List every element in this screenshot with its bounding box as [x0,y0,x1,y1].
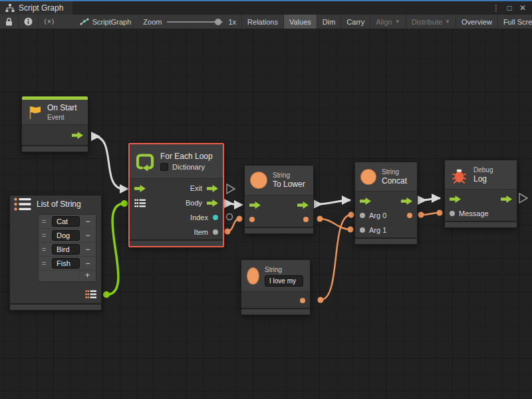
fullscreen-button[interactable]: Full Screen [497,15,532,29]
zoom-control: Zoom 1x [138,15,241,29]
remove-item-button[interactable]: − [83,259,92,268]
code-icon: ⟨×⟩ [44,18,55,25]
list-item-input[interactable]: Fish [52,258,80,269]
string-out-port[interactable] [303,217,309,222]
string-in-port[interactable] [249,217,255,222]
list-item-input[interactable]: Bird [52,244,80,255]
list-item-input[interactable]: Cat [52,216,80,227]
dictionary-checkbox[interactable] [160,163,168,171]
drag-handle-icon[interactable]: = [42,259,49,267]
node-on-start[interactable]: On Start Event [21,96,88,152]
arg1-in-port[interactable] [360,227,365,233]
dim-button[interactable]: Dim [317,15,341,29]
flow-out-port[interactable] [501,196,512,203]
node-footer [445,221,517,227]
graph-toolbar: ⟨×⟩ ScriptGraph Zoom 1x Relations Values… [0,15,532,29]
node-for-each-loop[interactable]: For Each Loop Dictionary Exit [128,143,224,247]
index-out-port[interactable] [213,215,218,220]
green-wire-end [121,200,128,207]
graph-name: ScriptGraph [92,18,132,26]
info-icon [24,17,33,26]
zoom-slider-knob[interactable] [215,19,221,25]
item-out-port[interactable] [213,229,218,235]
lock-button[interactable] [0,15,18,29]
loop-icon [135,152,155,172]
list-item-row: = Dog − [39,229,96,243]
list-item-input[interactable]: Dog [52,230,80,241]
carry-button[interactable]: Carry [340,15,370,29]
code-preview-button[interactable]: ⟨×⟩ [38,15,61,29]
flow-out-port[interactable] [401,198,412,205]
node-subtitle: Event [47,113,77,122]
drag-handle-icon[interactable]: = [42,245,49,253]
flow-in-port[interactable] [360,198,371,205]
node-footer [245,227,313,233]
toolbar-buttons: Relations Values Dim Carry Align▼ Distri… [241,15,532,29]
flow-in-port[interactable] [249,201,261,209]
add-item-button[interactable]: + [78,271,96,281]
string-type-icon [247,267,259,285]
flow-out-port[interactable] [72,132,83,139]
node-debug-log[interactable]: Debug Log Message [444,160,517,228]
node-string-literal[interactable]: String I love my [241,259,311,315]
drag-handle-icon[interactable]: = [42,231,49,239]
green-wire-end [103,291,110,298]
node-title: Concat [382,176,407,186]
close-icon[interactable]: ✕ [517,3,528,13]
menu-icon[interactable]: ⋮ [491,3,501,13]
port-label-arg1: Arg 1 [369,226,386,234]
remove-item-button[interactable]: − [83,231,92,240]
graph-selector[interactable]: ScriptGraph [72,15,138,29]
arg0-in-port[interactable] [360,213,365,218]
list-out-port[interactable] [85,290,96,299]
node-title: Log [473,174,493,184]
wire-flow-onstart-foreach[interactable] [94,136,124,189]
flow-out-port[interactable] [297,201,309,209]
drag-handle-icon[interactable]: = [42,217,49,225]
titlebar: Script Graph ⋮ □ ✕ [0,0,532,15]
node-title: List of String [37,200,81,209]
wire-value-literal-arg0[interactable] [321,215,351,300]
message-in-port[interactable] [450,211,455,216]
inspect-button[interactable] [18,15,38,29]
overview-button[interactable]: Overview [456,15,497,29]
list-editor: = Cat − = Dog − = Bird − = [38,214,96,282]
zoom-label: Zoom [143,18,162,26]
wire-value-tolower-arg1[interactable] [320,219,350,229]
node-title: For Each Loop [160,152,213,162]
list-in-port[interactable] [134,199,146,207]
flow-in-port[interactable] [134,185,146,192]
chevron-down-icon: ▼ [395,19,400,25]
graph-canvas[interactable]: On Start Event List of String [0,29,532,399]
values-button[interactable]: Values [283,15,317,29]
remove-item-button[interactable]: − [83,245,92,254]
node-category: String [382,168,407,176]
window-controls: ⋮ □ ✕ [491,1,532,15]
exit-out-port[interactable] [207,185,218,192]
string-value-input[interactable]: I love my [265,275,303,287]
node-category: String [265,265,303,274]
relations-button[interactable]: Relations [241,15,283,29]
distribute-dropdown[interactable]: Distribute▼ [406,15,456,29]
node-list-of-string[interactable]: List of String = Cat − = Dog − = [9,195,102,311]
wire-list-liststring-foreach[interactable] [106,203,124,295]
port-label-arg0: Arg 0 [369,211,386,219]
string-out-port[interactable] [300,298,305,303]
maximize-icon[interactable]: □ [504,3,515,13]
node-string-to-lower[interactable]: String To Lower [244,165,314,234]
list-item-row: = Cat − [39,215,96,229]
zoom-slider[interactable] [167,21,223,23]
tab-script-graph[interactable]: Script Graph [0,1,72,15]
string-out-port[interactable] [407,213,412,218]
align-dropdown[interactable]: Align▼ [370,15,405,29]
flow-in-port[interactable] [450,196,461,203]
port-label-index: Index [190,213,208,221]
body-out-port[interactable] [207,200,218,207]
string-type-icon [250,172,267,189]
zoom-value: 1x [228,18,236,26]
remove-item-button[interactable]: − [83,217,92,226]
port-label-body: Body [186,199,202,207]
dictionary-checkbox-label: Dictionary [172,163,205,171]
node-footer [10,303,101,310]
node-string-concat[interactable]: String Concat Arg 0 [354,162,418,245]
